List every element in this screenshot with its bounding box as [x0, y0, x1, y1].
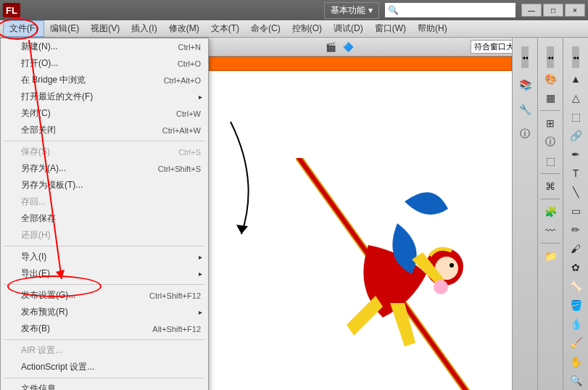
bone-tool-icon[interactable]: 🦴: [567, 278, 584, 294]
menu-close-all[interactable]: 全部关闭Ctrl+Alt+W: [1, 122, 208, 138]
menu-save-template[interactable]: 另存为模板(T)...: [1, 177, 208, 194]
transform-icon[interactable]: ⬚: [542, 153, 559, 169]
symbol-icon[interactable]: 🔷: [342, 41, 355, 54]
pen-tool-icon[interactable]: ✒: [567, 146, 584, 162]
menu-air-settings: AIR 设置...: [1, 342, 208, 359]
components-icon[interactable]: 🧩: [542, 204, 559, 220]
menu-debug[interactable]: 调试(D): [328, 21, 369, 36]
menu-separator: [4, 284, 205, 285]
menu-text[interactable]: 文本(T): [205, 21, 245, 36]
menu-export[interactable]: 导出(E)▸: [1, 265, 208, 282]
info-icon[interactable]: ⓘ: [516, 126, 534, 142]
menubar: 文件(F) 编辑(E) 视图(V) 插入(I) 修改(M) 文本(T) 命令(C…: [0, 20, 588, 38]
menu-close[interactable]: 关闭(C)Ctrl+W: [1, 105, 208, 122]
file-dropdown: 新建(N)...Ctrl+N 打开(O)...Ctrl+O 在 Bridge 中…: [0, 38, 209, 390]
tool-separator: [540, 199, 560, 199]
stage-header: [209, 57, 512, 71]
menu-revert: 还原(H): [1, 227, 208, 244]
menu-checkin: 存回...: [1, 194, 208, 210]
menu-save: 保存(S)Ctrl+S: [1, 144, 208, 160]
menu-separator: [4, 339, 205, 340]
menu-recent[interactable]: 打开最近的文件(F)▸: [1, 88, 208, 105]
lasso-tool-icon[interactable]: 🔗: [567, 128, 584, 144]
menu-commands[interactable]: 命令(C): [245, 21, 286, 36]
motion-icon[interactable]: 〰: [542, 223, 559, 238]
maximize-button[interactable]: □: [543, 4, 563, 17]
search-icon: 🔍: [388, 5, 399, 15]
submenu-arrow-icon: ▸: [199, 270, 202, 278]
scene-icon[interactable]: 🎬: [325, 41, 338, 54]
menu-file-info[interactable]: 文件信息...: [1, 381, 208, 390]
code-icon[interactable]: ⌘: [542, 178, 559, 194]
panel-column-1: ◂◂ 📚 🔧 ⓘ: [512, 38, 537, 390]
brush-tool-icon[interactable]: 🖌: [567, 241, 584, 257]
menu-window[interactable]: 窗口(W): [369, 21, 412, 36]
eyedropper-tool-icon[interactable]: 💧: [567, 316, 584, 332]
tool-separator: [540, 110, 560, 111]
project-icon[interactable]: 📁: [542, 248, 559, 264]
menu-import[interactable]: 导入(I)▸: [1, 249, 208, 265]
info2-icon[interactable]: ⓘ: [542, 134, 559, 150]
menu-separator: [4, 141, 205, 141]
pencil-tool-icon[interactable]: ✏: [567, 222, 584, 238]
paint-bucket-tool-icon[interactable]: 🪣: [567, 297, 584, 313]
menu-modify[interactable]: 修改(M): [163, 21, 205, 36]
eraser-tool-icon[interactable]: 🧹: [567, 335, 584, 351]
chevron-down-icon: ▾: [368, 5, 373, 15]
menu-separator: [4, 378, 205, 378]
selection-tool-icon[interactable]: ▲: [567, 71, 584, 87]
menu-as-settings[interactable]: ActionScript 设置...: [1, 359, 208, 376]
zoom-tool-icon[interactable]: 🔍: [567, 373, 584, 389]
menu-view[interactable]: 视图(V): [85, 21, 125, 36]
tool-separator: [540, 243, 560, 244]
workspace-selector[interactable]: 基本功能 ▾: [324, 2, 379, 19]
collapse-tab[interactable]: ◂◂: [547, 46, 554, 68]
menu-help[interactable]: 帮助(H): [412, 21, 453, 36]
align-icon[interactable]: ⊞: [542, 115, 559, 131]
menu-file[interactable]: 文件(F): [3, 20, 44, 37]
motion-arrow: [216, 115, 274, 245]
submenu-arrow-icon: ▸: [199, 308, 202, 316]
close-button[interactable]: ×: [565, 4, 585, 17]
menu-publish-settings[interactable]: 发布设置(G)...Ctrl+Shift+F12: [1, 287, 208, 304]
tools-panel: ◂◂ ▲ △ ⬚ 🔗 ✒ T ╲ ▭ ✏ 🖌 ✿ 🦴 🪣 💧 🧹 ✋ 🔍: [563, 38, 588, 390]
menu-save-all[interactable]: 全部保存: [1, 210, 208, 227]
menu-insert[interactable]: 插入(I): [125, 21, 162, 36]
swatches-icon[interactable]: ▦: [542, 90, 559, 106]
menu-publish[interactable]: 发布(B)Alt+Shift+F12: [1, 320, 208, 337]
line-tool-icon[interactable]: ╲: [567, 184, 584, 200]
search-input[interactable]: [402, 6, 513, 14]
subselection-tool-icon[interactable]: △: [567, 90, 584, 106]
properties-icon[interactable]: 🔧: [516, 101, 534, 117]
document-toolbar: 🎬 🔷 符合窗口大小 ▾: [209, 38, 537, 57]
panel-column-2: ◂◂ 🎨 ▦ ⊞ ⓘ ⬚ ⌘ 🧩 〰 📁: [537, 38, 563, 390]
menu-new[interactable]: 新建(N)...Ctrl+N: [1, 38, 208, 55]
deco-tool-icon[interactable]: ✿: [567, 260, 584, 275]
menu-open[interactable]: 打开(O)...Ctrl+O: [1, 55, 208, 72]
collapse-tab[interactable]: ◂◂: [572, 46, 579, 68]
menu-edit[interactable]: 编辑(E): [44, 21, 85, 36]
rectangle-tool-icon[interactable]: ▭: [567, 203, 584, 219]
submenu-arrow-icon: ▸: [199, 93, 202, 101]
minimize-button[interactable]: —: [521, 4, 542, 17]
collapse-tab[interactable]: ◂◂: [521, 46, 529, 68]
svg-point-8: [434, 280, 448, 294]
submenu-arrow-icon: ▸: [199, 253, 202, 261]
free-transform-tool-icon[interactable]: ⬚: [567, 109, 584, 125]
menu-publish-preview[interactable]: 发布预览(R)▸: [1, 304, 208, 320]
menu-separator: [4, 246, 205, 246]
canvas-area: [209, 57, 512, 390]
titlebar: FL 基本功能 ▾ 🔍 — □ ×: [0, 0, 588, 20]
menu-control[interactable]: 控制(O): [286, 21, 328, 36]
palette-icon[interactable]: 🎨: [542, 71, 559, 87]
right-panels: ◂◂ 📚 🔧 ⓘ ◂◂ 🎨 ▦ ⊞ ⓘ ⬚ ⌘ 🧩 〰 📁 ◂◂ ▲ △ ⬚ 🔗…: [512, 38, 588, 390]
tool-separator: [540, 173, 560, 174]
menu-save-as[interactable]: 另存为(A)...Ctrl+Shift+S: [1, 160, 208, 177]
hand-tool-icon[interactable]: ✋: [567, 354, 584, 370]
stage[interactable]: [209, 71, 512, 390]
text-tool-icon[interactable]: T: [567, 165, 584, 181]
menu-bridge[interactable]: 在 Bridge 中浏览Ctrl+Alt+O: [1, 72, 208, 88]
library-icon[interactable]: 📚: [516, 77, 534, 93]
flash-logo: FL: [3, 3, 20, 17]
search-bar[interactable]: 🔍: [385, 3, 515, 17]
